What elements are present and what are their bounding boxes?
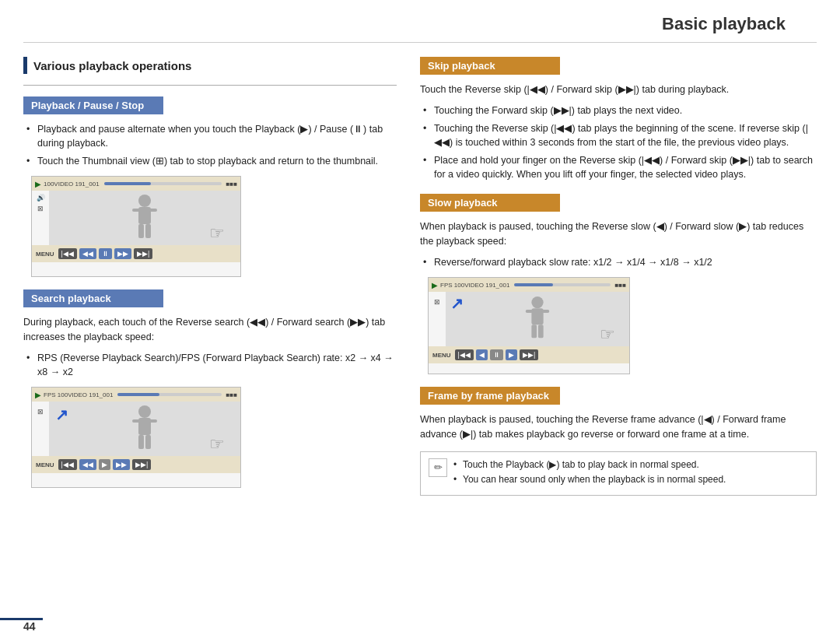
playback-pause-stop-bullets: Playback and pause alternate when you to… — [23, 122, 397, 168]
video-display-2: ↗ ☞ — [49, 402, 240, 456]
skip-playback-section: Skip playback Touch the Reverse skip (|◀… — [420, 57, 817, 181]
playback-pause-stop-section: Playback / Pause / Stop Playback and pau… — [23, 96, 397, 277]
quality-indicator-2: ■■■ — [226, 391, 238, 398]
player-middle: 🔊 ⊠ ☞ — [32, 191, 240, 245]
figure-silhouette-2 — [121, 404, 168, 454]
fwd-slow-button[interactable]: ▶ — [506, 349, 517, 360]
filename-text-2: FPS 100VIDEO 191_001 — [44, 391, 113, 398]
side-controls-3: ⊠ — [429, 292, 446, 346]
player-controls-3: MENU |◀◀ ◀ ⏸ ▶ ▶▶| — [429, 346, 629, 363]
svg-point-12 — [531, 296, 543, 308]
note-bullet-2: You can hear sound only when the playbac… — [453, 473, 726, 486]
search-playback-bullets: RPS (Reverse Playback Search)/FPS (Forwa… — [23, 351, 397, 379]
settings-icon-3: ⊠ — [434, 298, 440, 306]
settings-icon: ⊠ — [37, 205, 44, 212]
skip-back-button[interactable]: |◀◀ — [58, 248, 77, 259]
filename-text-3: FPS 100VIDEO 191_001 — [440, 282, 509, 289]
svg-rect-3 — [149, 209, 157, 212]
section-divider — [23, 85, 397, 86]
rev-search-button[interactable]: ◀◀ — [79, 248, 96, 259]
skip-fwd-button-3[interactable]: ▶▶| — [520, 349, 538, 360]
svg-point-0 — [138, 195, 151, 207]
search-playback-desc: During playback, each touch of the Rever… — [23, 315, 397, 345]
skip-playback-header: Skip playback — [420, 57, 560, 75]
skip-back-button-3[interactable]: |◀◀ — [455, 349, 474, 360]
fwd-search-button[interactable]: ▶▶ — [114, 248, 131, 259]
slow-playback-section: Slow playback When playback is paused, t… — [420, 194, 817, 374]
side-controls-2: ⊠ — [32, 402, 49, 456]
blue-arrow-icon-2: ↗ — [450, 294, 464, 313]
playback-pause-stop-header: Playback / Pause / Stop — [23, 96, 163, 114]
player-middle-3: ⊠ ↗ ☞ — [429, 292, 629, 346]
bullet-item: Touching the Forward skip (▶▶|) tab play… — [423, 103, 817, 118]
fwd-search-button-2[interactable]: ▶▶ — [113, 459, 130, 470]
note-bullet-1: Touch the Playback (▶) tab to play back … — [453, 458, 726, 472]
side-controls: 🔊 ⊠ — [32, 191, 49, 245]
pause-button-3[interactable]: ⏸ — [490, 349, 503, 360]
svg-rect-15 — [542, 310, 550, 313]
bullet-item: RPS (Reverse Playback Search)/FPS (Forwa… — [26, 351, 397, 379]
rev-search-button-2[interactable]: ◀◀ — [79, 459, 96, 470]
progress-bar-2 — [117, 393, 221, 396]
player-controls: MENU |◀◀ ◀◀ ⏸ ▶▶ ▶▶| — [32, 245, 240, 262]
svg-rect-2 — [132, 209, 140, 212]
skip-playback-desc: Touch the Reverse skip (|◀◀) / Forward s… — [420, 82, 817, 97]
hand-cursor-icon-3: ☞ — [600, 325, 615, 345]
rev-slow-button[interactable]: ◀ — [476, 349, 488, 360]
player-top-bar: ▶ 100VIDEO 191_001 ■■■ — [32, 177, 240, 191]
svg-rect-17 — [538, 325, 544, 338]
play-status-icon-3: ▶ — [432, 281, 438, 289]
volume-icon: 🔊 — [37, 194, 45, 202]
skip-fwd-button-2[interactable]: ▶▶| — [132, 459, 151, 470]
play-button-2[interactable]: ▶ — [99, 459, 110, 470]
blue-accent-bar — [23, 57, 27, 74]
svg-rect-5 — [145, 224, 151, 238]
slow-playback-bullets: Reverse/forward playback slow rate: x1/2… — [420, 255, 817, 269]
quality-indicator: ■■■ — [226, 181, 238, 188]
page-number: 44 — [23, 620, 36, 633]
player-top-bar-3: ▶ FPS 100VIDEO 191_001 ■■■ — [429, 278, 629, 292]
note-icon: ✏ — [429, 458, 447, 477]
bullet-item: Reverse/forward playback slow rate: x1/2… — [423, 255, 817, 269]
figure-silhouette — [121, 193, 168, 244]
page-number-line — [0, 618, 43, 620]
menu-label-2: MENU — [36, 461, 54, 468]
player-mockup-2: ▶ FPS 100VIDEO 191_001 ■■■ ⊠ — [31, 387, 241, 488]
frame-by-frame-desc: When playback is paused, touching the Re… — [420, 412, 817, 442]
hand-cursor-icon: ☞ — [209, 223, 225, 244]
svg-rect-14 — [526, 310, 534, 313]
slow-playback-header: Slow playback — [420, 194, 560, 212]
main-content: Various playback operations Playback / P… — [0, 43, 840, 524]
slow-playback-desc: When playback is paused, touching the Re… — [420, 219, 817, 249]
note-bullets: Touch the Playback (▶) tab to play back … — [453, 458, 726, 489]
player-middle-2: ⊠ ↗ ☞ — [32, 402, 240, 456]
progress-bar — [104, 182, 222, 185]
player-mockup-1: ▶ 100VIDEO 191_001 ■■■ 🔊 ⊠ — [31, 176, 241, 277]
svg-rect-1 — [138, 207, 151, 224]
bullet-item: Playback and pause alternate when you to… — [26, 122, 397, 150]
menu-label: MENU — [36, 251, 54, 258]
video-display: ☞ — [49, 191, 240, 245]
section-title-bar: Various playback operations — [23, 57, 397, 74]
hand-cursor-icon-2: ☞ — [209, 434, 225, 454]
pause-button[interactable]: ⏸ — [99, 248, 112, 259]
player-mockup-3: ▶ FPS 100VIDEO 191_001 ■■■ ⊠ — [428, 277, 630, 374]
left-column: Various playback operations Playback / P… — [23, 57, 397, 508]
bullet-item: Place and hold your finger on the Revers… — [423, 153, 817, 181]
search-playback-section: Search playback During playback, each to… — [23, 289, 397, 488]
skip-back-button-2[interactable]: |◀◀ — [58, 459, 77, 470]
svg-rect-10 — [138, 435, 144, 449]
right-column: Skip playback Touch the Reverse skip (|◀… — [420, 57, 817, 508]
search-playback-header: Search playback — [23, 289, 163, 307]
skip-fwd-button[interactable]: ▶▶| — [134, 248, 152, 259]
svg-rect-9 — [149, 419, 157, 423]
settings-icon-2: ⊠ — [37, 408, 44, 416]
bullet-item: Touch the Thumbnail view (⊞) tab to stop… — [26, 154, 397, 168]
svg-rect-13 — [531, 308, 543, 325]
svg-point-6 — [138, 405, 151, 418]
blue-arrow-icon: ↗ — [55, 405, 68, 424]
svg-rect-8 — [132, 419, 140, 423]
svg-rect-7 — [138, 418, 151, 435]
filename-text: 100VIDEO 191_001 — [44, 181, 100, 188]
section-title: Various playback operations — [33, 59, 191, 72]
